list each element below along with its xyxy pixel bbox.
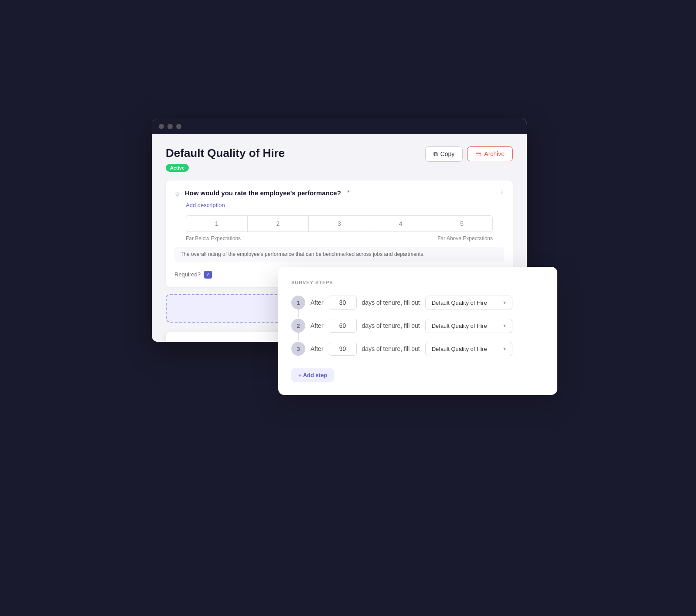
titlebar-dot-1 — [159, 124, 164, 129]
rating-option-5[interactable]: 5 — [431, 216, 492, 231]
step-row-2: 2 After days of tenure, fill out Default… — [291, 319, 544, 333]
survey-steps-panel: SURVEY STEPS 1 After days of tenure, fil… — [278, 267, 557, 395]
question-title: How would you rate the employee's perfor… — [185, 189, 341, 197]
step-survey-name-1: Default Quality of Hire — [432, 299, 500, 306]
rating-option-1[interactable]: 1 — [186, 216, 248, 231]
archive-icon: 🗃 — [475, 150, 481, 157]
required-label: Required? ✓ — [174, 271, 212, 279]
label-right: Far Above Expectations — [437, 235, 493, 242]
status-badge: Active — [166, 164, 189, 172]
step-number-3: 3 — [291, 342, 305, 356]
required-checkbox[interactable]: ✓ — [204, 271, 212, 279]
required-asterisk: * — [347, 189, 350, 197]
step-days-label-3: days of tenure, fill out — [362, 345, 420, 352]
step-days-input-1[interactable] — [329, 296, 357, 310]
step-survey-name-2: Default Quality of Hire — [432, 323, 500, 329]
step-connector-1 — [298, 310, 299, 318]
titlebar-dot-3 — [176, 124, 181, 129]
copy-icon: ⧉ — [433, 150, 438, 158]
question-type-icon: ☆ — [174, 190, 181, 198]
drag-handle[interactable]: ⠿ — [500, 190, 504, 196]
rating-option-2[interactable]: 2 — [248, 216, 309, 231]
step-after-2: After — [310, 322, 324, 329]
titlebar — [152, 119, 527, 134]
titlebar-dot-2 — [167, 124, 173, 129]
step-survey-select-1[interactable]: Default Quality of Hire ▾ — [425, 296, 512, 310]
label-left: Far Below Expectations — [186, 235, 241, 242]
rating-scale: 1 2 3 4 5 — [186, 215, 493, 232]
title-section: Default Quality of Hire Active — [166, 146, 285, 172]
chevron-down-icon-3: ▾ — [503, 346, 506, 352]
question-description: The overall rating of the employee's per… — [174, 247, 504, 262]
archive-button[interactable]: 🗃 Archive — [467, 146, 513, 161]
multiple-choice-label: Multiple Choice — [181, 341, 223, 342]
step-row-3: 3 After days of tenure, fill out Default… — [291, 342, 544, 356]
step-survey-select-2[interactable]: Default Quality of Hire ▾ — [425, 319, 512, 333]
rating-option-4[interactable]: 4 — [370, 216, 432, 231]
step-days-input-2[interactable] — [329, 319, 357, 333]
add-step-button[interactable]: + Add step — [291, 368, 334, 382]
step-row-1: 1 After days of tenure, fill out Default… — [291, 296, 544, 310]
step-connector-2 — [298, 333, 299, 341]
survey-steps-title: SURVEY STEPS — [291, 280, 544, 285]
page-title: Default Quality of Hire — [166, 146, 285, 160]
header-actions: ⧉ Copy 🗃 Archive — [425, 146, 513, 162]
step-number-2: 2 — [291, 319, 305, 333]
step-days-input-3[interactable] — [329, 342, 357, 356]
step-days-label-2: days of tenure, fill out — [362, 322, 420, 329]
rating-option-3[interactable]: 3 — [309, 216, 370, 231]
chevron-down-icon-1: ▾ — [503, 299, 506, 306]
step-after-3: After — [310, 345, 324, 352]
step-after-1: After — [310, 299, 324, 306]
step-survey-name-3: Default Quality of Hire — [432, 346, 500, 352]
multiple-choice-icon: ◎ — [173, 341, 178, 342]
step-days-label-1: days of tenure, fill out — [362, 299, 420, 306]
step-survey-select-3[interactable]: Default Quality of Hire ▾ — [425, 342, 512, 356]
question-header: ☆ How would you rate the employee's perf… — [174, 189, 504, 198]
step-number-1: 1 — [291, 296, 305, 310]
copy-button[interactable]: ⧉ Copy — [425, 146, 463, 162]
add-description-link[interactable]: Add description — [186, 202, 504, 208]
page-header: Default Quality of Hire Active ⧉ Copy 🗃 … — [166, 146, 513, 172]
chevron-down-icon-2: ▾ — [503, 323, 506, 329]
rating-labels: Far Below Expectations Far Above Expecta… — [186, 235, 493, 242]
